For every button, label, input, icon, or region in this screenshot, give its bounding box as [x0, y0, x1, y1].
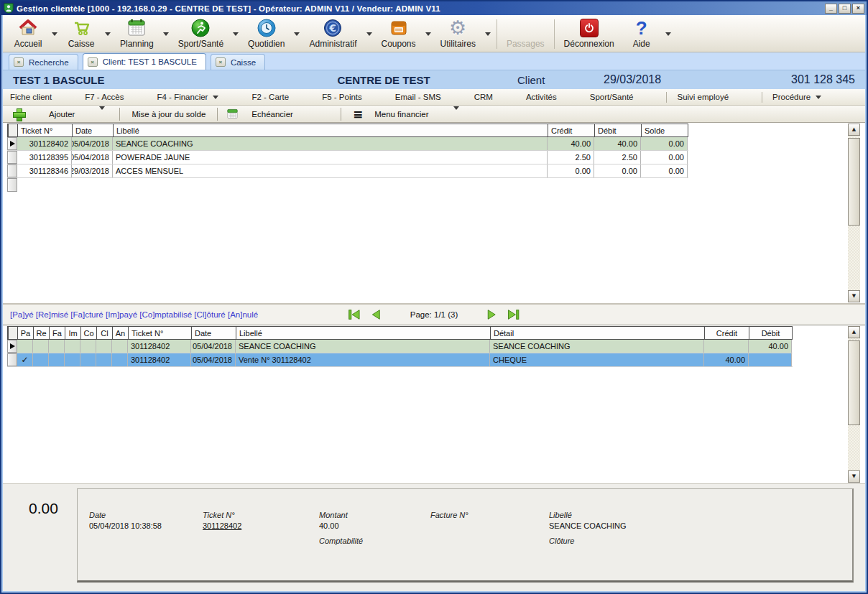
row-selector-header [8, 124, 18, 137]
scroll-down-icon[interactable]: ▼ [848, 470, 860, 483]
menu-f4-financier[interactable]: F4 - Financier [157, 91, 219, 103]
financial-menu-button[interactable]: ≡ Menu financier [346, 106, 469, 122]
menu-activites[interactable]: Activités [526, 91, 557, 103]
scroll-down-icon[interactable]: ▼ [848, 290, 860, 302]
financial-menu-dropdown[interactable] [453, 110, 459, 119]
column-header-date[interactable]: Date [73, 124, 114, 137]
row-selector[interactable] [7, 164, 17, 177]
column-header-ticket[interactable]: Ticket N° [129, 326, 192, 340]
menu-f2-carte[interactable]: F2 - Carte [251, 91, 289, 103]
toolbar-planning[interactable]: Planning [114, 17, 160, 52]
toolbar-aide-label: Aide [633, 39, 650, 49]
tab-recherche[interactable]: × Recherche [9, 54, 78, 70]
column-header-solde[interactable]: Solde [642, 124, 688, 137]
toolbar-quotidien[interactable]: Quotidien [241, 17, 291, 52]
toolbar-deconnexion[interactable]: Déconnexion [558, 17, 621, 52]
toolbar-administratif-dropdown[interactable] [364, 17, 375, 52]
minimize-button[interactable]: _ [825, 4, 837, 14]
actionbar-separator [119, 108, 120, 121]
toolbar-sport-sante-dropdown[interactable] [230, 17, 241, 52]
toolbar-coupons[interactable]: Coupons [375, 17, 423, 52]
column-header-date[interactable]: Date [192, 326, 236, 340]
cell-re [33, 340, 49, 353]
tab-close-icon[interactable]: × [14, 57, 24, 67]
add-dropdown[interactable] [99, 110, 105, 119]
toolbar-accueil-label: Accueil [14, 39, 42, 49]
toolbar-sport-sante[interactable]: Sport/Santé [172, 17, 230, 52]
next-page-button[interactable] [484, 307, 499, 322]
main-toolbar: Accueil Caisse [3, 15, 865, 52]
detail-row[interactable]: ✓ 301128402 05/04/2018 Vente N° 30112840… [7, 353, 793, 367]
previous-page-button[interactable] [369, 307, 384, 322]
toolbar-planning-dropdown[interactable] [160, 17, 172, 52]
transaction-row[interactable]: 301128395 05/04/2018 POWERADE JAUNE 2.50… [7, 151, 688, 164]
cell-ticket: 301128346 [17, 164, 72, 177]
field-montant-label: Montant [319, 511, 430, 519]
details-scrollbar[interactable]: ▲ ▼ [848, 326, 860, 483]
toolbar-caisse-dropdown[interactable] [102, 17, 114, 52]
column-header-pa[interactable]: Pa [18, 326, 34, 340]
column-header-co[interactable]: Co [81, 326, 97, 340]
row-selector[interactable] [7, 353, 17, 366]
column-header-debit[interactable]: Débit [749, 326, 793, 340]
column-header-libelle[interactable]: Libellé [236, 326, 491, 340]
scroll-up-icon[interactable]: ▲ [848, 124, 860, 136]
toolbar-coupons-dropdown[interactable] [423, 17, 434, 52]
menu-f5-points[interactable]: F5 - Points [322, 91, 362, 103]
column-header-re[interactable]: Re [34, 326, 50, 340]
detail-row[interactable]: 301128402 05/04/2018 SEANCE COACHING SEA… [7, 340, 793, 353]
row-selector[interactable] [7, 340, 17, 353]
first-page-button[interactable] [347, 307, 363, 322]
tab-close-icon[interactable]: × [88, 57, 98, 67]
column-header-an[interactable]: An [113, 326, 129, 340]
toolbar-quotidien-dropdown[interactable] [291, 17, 303, 52]
transactions-scrollbar[interactable]: ▲ ▼ [848, 124, 860, 302]
column-header-fa[interactable]: Fa [50, 326, 65, 340]
menu-crm[interactable]: CRM [474, 91, 493, 103]
column-header-detail[interactable]: Détail [491, 326, 705, 340]
menu-f7-acces[interactable]: F7 - Accès [85, 91, 124, 103]
column-header-cl[interactable]: Cl [97, 326, 113, 340]
column-header-debit[interactable]: Débit [595, 124, 642, 137]
tab-close-icon[interactable]: × [216, 57, 226, 67]
toolbar-utilitaires-dropdown[interactable] [482, 17, 494, 52]
toolbar-aide-dropdown[interactable] [662, 17, 674, 52]
toolbar-administratif[interactable]: € Administratif [303, 17, 363, 52]
svg-text:€: € [329, 22, 337, 34]
menu-fiche-client[interactable]: Fiche client [10, 91, 52, 103]
column-header-libelle[interactable]: Libellé [114, 124, 548, 137]
coupon-icon [389, 18, 408, 38]
row-selector[interactable] [7, 137, 17, 150]
plus-icon [13, 108, 24, 120]
scrollbar-thumb[interactable] [848, 138, 860, 226]
field-comptabilite: Comptabilité [319, 537, 430, 547]
scroll-up-icon[interactable]: ▲ [848, 326, 860, 338]
menu-sport-sante[interactable]: Sport/Santé [590, 91, 634, 103]
update-balance-button[interactable]: Mise à jour du solde [124, 106, 213, 122]
toolbar-accueil-dropdown[interactable] [49, 17, 60, 52]
column-header-credit[interactable]: Crédit [548, 124, 595, 137]
field-facture: Facture N° [430, 511, 549, 530]
schedule-button[interactable]: Echéancier [222, 106, 336, 122]
toolbar-aide[interactable]: ? Aide [621, 17, 662, 52]
column-header-ticket[interactable]: Ticket N° [18, 124, 73, 137]
toolbar-utilitaires[interactable]: ⚙ Utilitaires [434, 17, 482, 52]
tab-caisse[interactable]: × Caisse [211, 54, 265, 70]
menu-procedure[interactable]: Procédure [772, 91, 821, 103]
last-page-button[interactable] [505, 307, 521, 322]
tab-client-test1bascule[interactable]: × Client: TEST 1 BASCULE [83, 53, 206, 70]
close-button[interactable]: × [852, 4, 864, 14]
row-selector[interactable] [7, 151, 17, 164]
column-header-credit[interactable]: Crédit [705, 326, 749, 340]
toolbar-caisse[interactable]: Caisse [60, 17, 102, 52]
transaction-row[interactable]: 301128346 29/03/2018 ACCES MENSUEL 0.00 … [7, 164, 688, 178]
transaction-row[interactable]: 301128402 05/04/2018 SEANCE COACHING 40.… [7, 137, 688, 151]
toolbar-accueil[interactable]: Accueil [7, 17, 49, 52]
add-button[interactable]: Ajouter [9, 106, 115, 122]
menu-suivi-employe[interactable]: Suivi employé [677, 91, 729, 103]
menu-email-sms[interactable]: Email - SMS [395, 91, 441, 103]
ticket-number-link[interactable]: 301128402 [203, 521, 319, 530]
column-header-im[interactable]: Im [65, 326, 81, 340]
maximize-button[interactable]: □ [839, 4, 851, 14]
scrollbar-thumb[interactable] [848, 340, 860, 425]
